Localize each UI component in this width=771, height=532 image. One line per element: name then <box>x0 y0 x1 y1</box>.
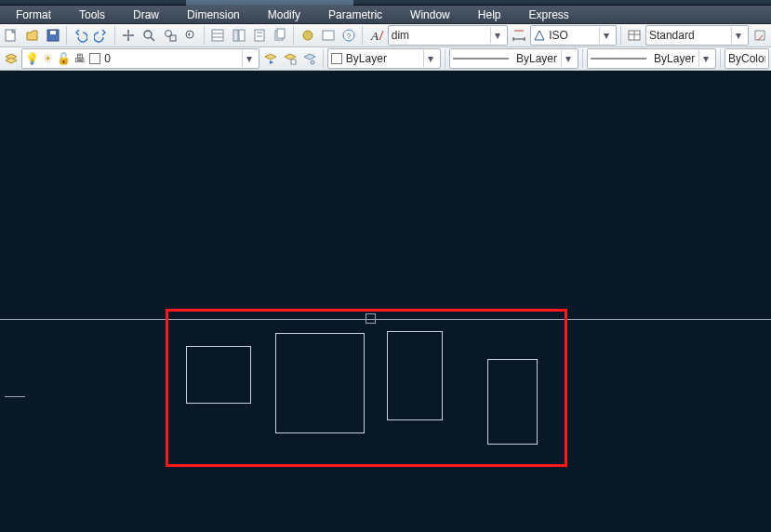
svg-point-4 <box>144 31 152 38</box>
textstyle-value: dim <box>392 29 486 42</box>
help-icon[interactable]: ? <box>339 25 358 46</box>
svg-point-3 <box>126 34 129 37</box>
chevron-down-icon[interactable]: ▾ <box>599 27 613 44</box>
svg-point-32 <box>311 60 314 64</box>
svg-rect-9 <box>212 30 223 41</box>
separator <box>362 26 363 45</box>
sun-icon: ☀ <box>43 52 53 65</box>
layer-combo[interactable]: 💡 ☀ 🔓 🖶 0 ▾ <box>21 48 259 69</box>
layer-color-swatch <box>89 53 100 64</box>
lineweight-sample-icon <box>591 55 646 62</box>
layer-previous-icon[interactable] <box>261 48 279 69</box>
linetype-combo[interactable]: ByLayer ▾ <box>449 48 578 69</box>
zoom-window-icon[interactable] <box>160 25 179 46</box>
separator <box>620 26 621 45</box>
menu-modify[interactable]: Modify <box>254 6 314 24</box>
svg-line-24 <box>379 31 383 40</box>
redo-icon[interactable] <box>91 25 110 46</box>
separator <box>720 49 721 68</box>
svg-rect-16 <box>257 35 262 37</box>
chevron-down-icon[interactable]: ▾ <box>490 27 504 44</box>
menu-parametric[interactable]: Parametric <box>314 6 396 24</box>
tablestyle-icon[interactable] <box>625 25 644 46</box>
svg-rect-2 <box>50 31 56 34</box>
separator <box>114 26 115 45</box>
menu-help[interactable]: Help <box>464 6 515 24</box>
tool-palettes-icon[interactable] <box>250 25 269 46</box>
separator <box>323 49 324 68</box>
menu-tools[interactable]: Tools <box>65 6 119 24</box>
menu-draw[interactable]: Draw <box>119 6 173 24</box>
svg-rect-7 <box>170 35 176 41</box>
svg-rect-13 <box>239 30 245 41</box>
tablestyle-combo[interactable]: Standard ▾ <box>645 25 749 46</box>
dimstyle-icon[interactable] <box>510 25 528 46</box>
sheet-set-icon[interactable] <box>271 25 289 46</box>
save-icon[interactable] <box>44 25 62 46</box>
menu-format[interactable]: Format <box>2 6 65 24</box>
open-icon[interactable] <box>22 25 41 46</box>
svg-rect-31 <box>291 60 296 64</box>
pan-icon[interactable] <box>119 25 138 46</box>
separator <box>66 26 67 45</box>
dimstyle-value: ISO <box>549 29 594 42</box>
svg-rect-20 <box>323 31 334 40</box>
textstyle-icon[interactable]: A <box>366 25 385 46</box>
separator <box>204 26 205 45</box>
titlebar-segment <box>186 0 353 6</box>
svg-text:A: A <box>370 29 379 43</box>
crosshair-left-stub <box>5 396 25 397</box>
separator <box>293 26 294 45</box>
dimstyle-combo[interactable]: ISO ▾ <box>530 25 616 46</box>
svg-rect-18 <box>277 29 285 38</box>
titlebar-sliver <box>0 0 771 6</box>
chevron-down-icon[interactable]: ▾ <box>561 50 575 67</box>
lock-open-icon: 🔓 <box>57 52 71 65</box>
zoom-realtime-icon[interactable] <box>140 25 158 46</box>
printer-icon: 🖶 <box>74 52 86 65</box>
separator <box>582 49 583 68</box>
new-icon[interactable] <box>2 25 20 46</box>
tablestyle-more-icon[interactable] <box>751 25 769 46</box>
undo-icon[interactable] <box>71 25 89 46</box>
triangle-icon <box>534 30 545 41</box>
layer-states-icon[interactable] <box>281 48 299 69</box>
svg-point-19 <box>303 31 312 40</box>
linetype-value: ByLayer <box>512 52 557 65</box>
separator <box>445 49 445 68</box>
chevron-down-icon[interactable]: ▾ <box>731 27 745 44</box>
bylayer-swatch <box>331 53 342 64</box>
lineweight-value: ByLayer <box>650 52 695 65</box>
lightbulb-icon: 💡 <box>25 52 39 65</box>
layer-match-icon[interactable] <box>301 48 319 69</box>
toolbar-row-1: ? A dim ▾ ISO ▾ Standard ▾ <box>0 24 771 47</box>
menu-bar: Format Tools Draw Dimension Modify Param… <box>0 6 771 24</box>
plotstyle-combo[interactable]: ByColor <box>724 48 769 69</box>
textstyle-combo[interactable]: dim ▾ <box>388 25 508 46</box>
menu-express[interactable]: Express <box>514 6 582 24</box>
menu-window[interactable]: Window <box>396 6 464 24</box>
svg-rect-15 <box>257 32 262 33</box>
color-combo[interactable]: ByLayer ▾ <box>327 48 441 69</box>
svg-text:?: ? <box>347 32 352 41</box>
design-center-icon[interactable] <box>229 25 247 46</box>
svg-line-5 <box>151 37 154 41</box>
plotstyle-value: ByColor <box>728 52 765 65</box>
layer-value: 0 <box>104 52 238 65</box>
annotation-highlight-box <box>166 309 567 467</box>
toolbar-overflow-icon[interactable] <box>319 25 338 46</box>
menu-dimension[interactable]: Dimension <box>173 6 254 24</box>
toolbar-row-2: 💡 ☀ 🔓 🖶 0 ▾ ByLayer ▾ ByLayer ▾ ByLayer … <box>0 47 771 71</box>
render-icon[interactable] <box>298 25 316 46</box>
chevron-down-icon[interactable]: ▾ <box>423 50 437 67</box>
tablestyle-value: Standard <box>649 29 727 42</box>
chevron-down-icon[interactable]: ▾ <box>698 50 712 67</box>
linetype-sample-icon <box>453 55 509 62</box>
zoom-previous-icon[interactable] <box>181 25 200 46</box>
lineweight-combo[interactable]: ByLayer ▾ <box>587 48 716 69</box>
model-space-canvas[interactable] <box>0 71 771 532</box>
svg-rect-12 <box>233 30 238 41</box>
chevron-down-icon[interactable]: ▾ <box>242 50 256 67</box>
properties-icon[interactable] <box>208 25 227 46</box>
layer-manager-icon[interactable] <box>2 48 20 69</box>
